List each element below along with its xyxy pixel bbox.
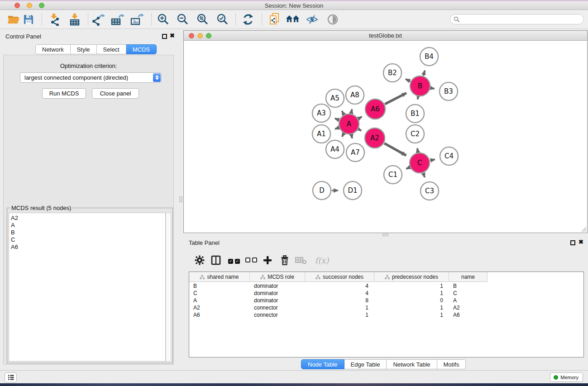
vertical-split-handle[interactable] — [179, 196, 182, 202]
edge-C-C2[interactable] — [417, 148, 418, 152]
export-table-button[interactable] — [110, 12, 125, 27]
network-canvas[interactable]: AA1A2A3A4A5A6A7A8BB1B2B3B4CC1C2C3C4DD1 — [184, 41, 587, 233]
table-cell[interactable]: 0 — [374, 297, 449, 304]
result-scrollbar[interactable] — [166, 213, 171, 362]
memory-button[interactable]: Memory — [550, 372, 583, 382]
edge-C-C1[interactable] — [406, 167, 410, 169]
graph-node-C1[interactable]: C1 — [384, 166, 402, 184]
task-history-button[interactable] — [5, 372, 17, 382]
table-cell[interactable]: 1 — [305, 311, 374, 319]
table-cell[interactable]: dominator — [250, 297, 305, 304]
import-network-button[interactable] — [47, 12, 62, 27]
table-cell[interactable]: A6 — [449, 311, 488, 319]
tab-style[interactable]: Style — [71, 44, 97, 54]
graph-node-A7[interactable]: A7 — [346, 143, 364, 162]
zoom-fit-button[interactable] — [195, 12, 210, 27]
table-cell[interactable]: B — [189, 282, 250, 290]
tab-node-table[interactable]: Node Table — [301, 359, 344, 369]
show-columns-button[interactable] — [209, 253, 223, 268]
edge-A6-B[interactable] — [385, 93, 406, 104]
graph-node-B4[interactable]: B4 — [420, 48, 438, 66]
table-row[interactable]: Cdominator41C — [189, 290, 583, 297]
graph-node-D[interactable]: D — [313, 181, 331, 200]
table-cell[interactable]: C — [189, 290, 250, 297]
save-session-button[interactable] — [21, 12, 36, 27]
edge-A-A8[interactable] — [351, 109, 352, 113]
table-cell[interactable]: 1 — [374, 290, 449, 297]
mcds-result-item[interactable]: C — [11, 236, 165, 243]
close-panel-button[interactable]: Close panel — [92, 88, 139, 99]
table-row[interactable]: A6connector11A6 — [189, 311, 583, 319]
criterion-select[interactable]: largest connected component (directed) — [20, 72, 162, 83]
graph-node-C2[interactable]: C2 — [406, 125, 424, 143]
clone-network-button[interactable] — [267, 12, 282, 27]
edge-A-A6[interactable] — [359, 117, 362, 119]
float-panel-icon[interactable] — [162, 34, 167, 39]
column-header-shared-name[interactable]: shared name — [189, 272, 250, 282]
run-mcds-button[interactable]: Run MCDS — [42, 88, 86, 99]
edge-C-C3[interactable] — [423, 173, 425, 177]
import-table-button[interactable] — [67, 12, 82, 27]
export-network-button[interactable] — [91, 12, 106, 27]
tab-network-table[interactable]: Network Table — [387, 359, 437, 369]
apply-layout-button[interactable] — [240, 12, 256, 27]
mcds-result-item[interactable]: B — [11, 229, 165, 236]
mcds-result-item[interactable]: A6 — [11, 243, 165, 251]
show-graphics-button[interactable] — [325, 12, 340, 27]
table-cell[interactable]: A — [189, 297, 250, 304]
table-cell[interactable]: 4 — [305, 282, 374, 290]
table-cell[interactable]: 1 — [374, 282, 449, 290]
table-cell[interactable]: A2 — [189, 304, 250, 311]
edge-C-C4[interactable] — [430, 159, 435, 160]
table-cell[interactable]: 1 — [374, 311, 449, 319]
edge-A-A3[interactable] — [335, 119, 339, 120]
edge-A2-C[interactable] — [384, 143, 406, 156]
search-input[interactable] — [462, 15, 580, 23]
create-column-button[interactable] — [260, 253, 275, 268]
table-cell[interactable]: C — [449, 290, 488, 297]
graph-node-C4[interactable]: C4 — [440, 147, 458, 165]
table-cell[interactable]: connector — [250, 311, 305, 319]
table-cell[interactable]: B — [449, 282, 488, 290]
edge-B-B1[interactable] — [418, 97, 418, 100]
deselect-all-button[interactable] — [244, 253, 258, 268]
table-close-icon[interactable]: ✖ — [578, 238, 583, 245]
tab-mcds[interactable]: MCDS — [126, 44, 157, 54]
table-cell[interactable]: dominator — [250, 290, 305, 297]
tab-network[interactable]: Network — [35, 44, 71, 54]
tab-select[interactable]: Select — [97, 44, 126, 54]
select-all-button[interactable]: ✓ ✓ — [227, 253, 241, 268]
edge-B-B2[interactable] — [406, 79, 410, 81]
mcds-result-item[interactable]: A — [11, 222, 165, 229]
resize-grip-icon[interactable] — [580, 226, 587, 232]
graph-node-B1[interactable]: B1 — [406, 105, 424, 123]
table-row[interactable]: A2connector11A2 — [189, 304, 583, 311]
table-cell[interactable]: dominator — [250, 282, 305, 290]
table-cell[interactable]: A2 — [449, 304, 488, 311]
table-row[interactable]: Adominator80A — [189, 297, 583, 304]
graph-node-A8[interactable]: A8 — [346, 86, 364, 104]
tab-motifs[interactable]: Motifs — [437, 359, 466, 369]
graph-node-B[interactable]: B — [410, 76, 430, 96]
table-cell[interactable]: 1 — [374, 304, 449, 311]
zoom-selected-button[interactable] — [215, 12, 230, 27]
edge-A-A4[interactable] — [342, 133, 344, 137]
table-settings-button[interactable] — [192, 253, 207, 268]
zoom-out-button[interactable] — [175, 12, 191, 27]
column-header-predecessor-nodes[interactable]: predecessor nodes — [374, 272, 449, 282]
table-cell[interactable]: connector — [250, 304, 305, 311]
delete-table-button[interactable] — [294, 253, 308, 268]
column-header-MCDS-role[interactable]: MCDS role — [250, 272, 305, 282]
edge-A-A1[interactable] — [335, 128, 339, 129]
table-cell[interactable]: 8 — [305, 297, 374, 304]
horizontal-split-handle[interactable] — [382, 234, 388, 236]
open-session-button[interactable] — [6, 12, 21, 27]
graph-node-A2[interactable]: A2 — [365, 128, 385, 148]
zoom-in-button[interactable] — [156, 12, 171, 27]
table-cell[interactable]: 1 — [305, 304, 374, 311]
graph-node-A4[interactable]: A4 — [326, 140, 344, 158]
column-header-name[interactable]: name — [449, 272, 488, 282]
graph-node-B3[interactable]: B3 — [440, 82, 458, 100]
edge-A-A2[interactable] — [359, 129, 361, 130]
delete-column-button[interactable] — [277, 253, 292, 268]
